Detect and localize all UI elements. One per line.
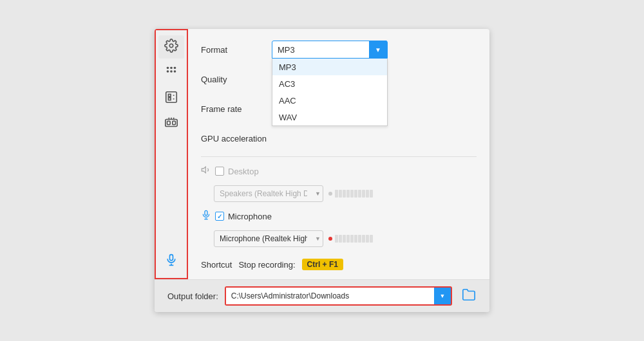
mic-vol-bar-3 <box>343 235 346 243</box>
microphone-audio-row: Microphone <box>201 207 477 225</box>
gpu-row: GPU acceleration <box>201 127 477 150</box>
svg-point-0 <box>169 44 173 48</box>
speaker-icon <box>201 165 211 178</box>
svg-rect-13 <box>167 121 171 125</box>
format-label: Format <box>201 45 272 55</box>
desktop-device-select[interactable]: Speakers (Realtek High De... <box>214 185 323 202</box>
svg-rect-22 <box>205 210 207 215</box>
framerate-label: Frame rate <box>201 104 272 114</box>
microphone-checkbox-label[interactable]: Microphone <box>215 212 272 221</box>
desktop-label: Desktop <box>228 167 259 176</box>
vol-bar-6 <box>354 190 357 198</box>
desktop-audio-row: Desktop <box>201 162 477 180</box>
quality-label: Quality <box>201 75 272 84</box>
svg-marker-21 <box>202 167 205 172</box>
shortcut-section: Shortcut Stop recording: Ctrl + F1 <box>201 253 477 270</box>
desktop-checkbox-label[interactable]: Desktop <box>215 167 259 176</box>
content-area: Format MP3 ▼ MP3 AC3 <box>155 29 489 279</box>
microphone-device-select[interactable]: Microphone (Realtek High ... <box>214 230 323 247</box>
mic-vol-bar-1 <box>335 235 338 243</box>
mic-row-icon <box>201 210 211 223</box>
svg-point-2 <box>170 66 173 69</box>
format-dropdown-list: MP3 AC3 AAC WAV <box>272 59 388 126</box>
sidebar-item-framerate[interactable] <box>158 87 184 110</box>
microphone-vol-bars <box>335 235 373 243</box>
svg-point-1 <box>167 66 169 69</box>
divider <box>201 156 477 157</box>
mic-vol-bar-7 <box>358 235 361 243</box>
svg-point-6 <box>174 70 176 73</box>
audio-section: Desktop Speakers (Realtek High De... ▼ <box>201 162 477 247</box>
output-folder-label: Output folder: <box>167 291 218 301</box>
sidebar-item-format[interactable] <box>158 35 184 59</box>
svg-point-3 <box>174 66 176 69</box>
microphone-label: Microphone <box>228 212 272 221</box>
sidebar-item-audio[interactable] <box>158 250 184 273</box>
format-option-mp3[interactable]: MP3 <box>272 59 387 75</box>
vol-bar-4 <box>346 190 350 198</box>
svg-point-5 <box>170 70 173 73</box>
keyboard-shortcut[interactable]: Ctrl + F1 <box>302 259 343 270</box>
browse-folder-button[interactable] <box>461 288 477 305</box>
vol-bar-10 <box>370 190 373 198</box>
quality-icon <box>164 64 178 82</box>
microphone-device-wrapper: Microphone (Realtek High ... ▼ <box>214 230 323 247</box>
microphone-volume-indicator <box>328 235 373 243</box>
gear-icon <box>164 39 178 56</box>
svg-rect-7 <box>166 91 177 102</box>
desktop-device-wrapper: Speakers (Realtek High De... ▼ <box>214 185 323 202</box>
desktop-checkbox[interactable] <box>215 167 224 176</box>
format-option-aac[interactable]: AAC <box>272 92 387 109</box>
stop-recording-label: Stop recording: <box>238 260 295 270</box>
output-path-wrapper: C:\Users\Administrator\Downloads ▼ <box>225 286 452 306</box>
mic-vol-bar-9 <box>366 235 369 243</box>
format-option-wav[interactable]: WAV <box>272 109 387 125</box>
vol-bar-5 <box>350 190 354 198</box>
vol-bar-3 <box>343 190 346 198</box>
mic-vol-bar-4 <box>346 235 350 243</box>
format-dropdown-open: MP3 ▼ MP3 AC3 AAC <box>272 41 477 59</box>
svg-rect-18 <box>170 254 173 260</box>
desktop-vol-dot <box>328 192 332 196</box>
shortcut-label: Shortcut <box>201 260 232 270</box>
desktop-device-row: Speakers (Realtek High De... ▼ <box>201 185 477 202</box>
svg-point-4 <box>167 70 169 73</box>
bottom-bar: Output folder: C:\Users\Administrator\Do… <box>155 279 489 312</box>
desktop-vol-bars <box>335 190 373 198</box>
microphone-device-row: Microphone (Realtek High ... ▼ <box>201 230 477 247</box>
vol-bar-8 <box>362 190 365 198</box>
format-control: MP3 ▼ MP3 AC3 AAC <box>272 41 477 59</box>
mic-vol-bar-6 <box>354 235 357 243</box>
vol-bar-9 <box>366 190 369 198</box>
format-selected-value: MP3 <box>278 45 295 55</box>
gpu-label: GPU acceleration <box>201 134 272 143</box>
vol-bar-1 <box>335 190 338 198</box>
main-panel: Format MP3 ▼ MP3 AC3 <box>155 29 489 312</box>
svg-rect-11 <box>168 97 171 100</box>
sidebar <box>155 29 188 279</box>
format-dropdown-arrow: ▼ <box>369 41 387 59</box>
vol-bar-2 <box>339 190 342 198</box>
sidebar-item-quality[interactable] <box>158 61 184 84</box>
framerate-icon <box>164 90 178 107</box>
settings-area: Format MP3 ▼ MP3 AC3 <box>188 29 489 279</box>
format-option-ac3[interactable]: AC3 <box>272 75 387 92</box>
mic-vol-bar-2 <box>339 235 342 243</box>
output-dropdown-arrow: ▼ <box>434 288 451 304</box>
format-row: Format MP3 ▼ MP3 AC3 <box>201 38 477 61</box>
output-path-select[interactable]: C:\Users\Administrator\Downloads <box>226 288 451 304</box>
mic-vol-bar-5 <box>350 235 354 243</box>
svg-rect-8 <box>168 94 171 97</box>
microphone-vol-dot <box>328 237 332 241</box>
sidebar-item-gpu[interactable] <box>158 113 184 136</box>
format-select-button[interactable]: MP3 ▼ <box>272 41 388 59</box>
mic-vol-bar-8 <box>362 235 365 243</box>
mic-vol-bar-10 <box>370 235 373 243</box>
microphone-icon <box>165 253 178 270</box>
desktop-volume-indicator <box>328 190 373 198</box>
svg-rect-14 <box>173 121 176 125</box>
gpu-icon <box>164 116 178 133</box>
microphone-checkbox[interactable] <box>215 212 224 221</box>
vol-bar-7 <box>358 190 361 198</box>
